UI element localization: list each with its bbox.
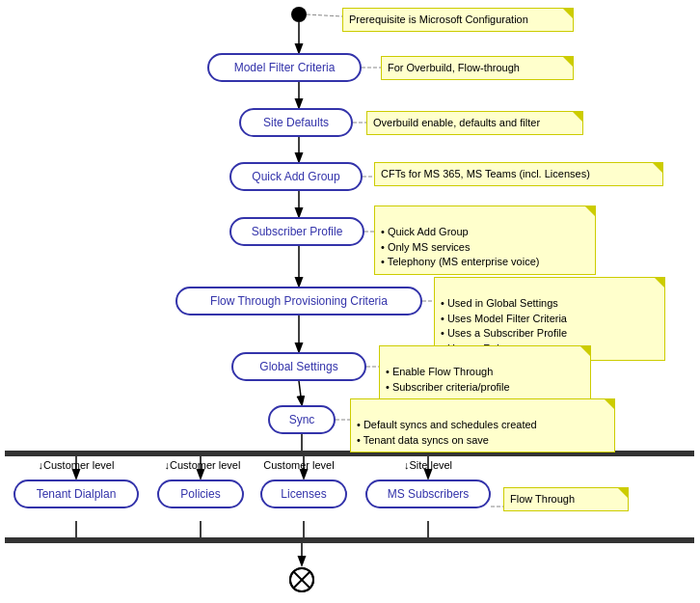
note-flow-through: Flow Through	[503, 487, 629, 511]
arrow-global-to-sync	[299, 381, 302, 404]
subscriber-profile-node[interactable]: Subscriber Profile	[229, 217, 364, 246]
tenant-dialplan-node[interactable]: Tenant Dialplan	[13, 480, 139, 508]
licenses-node[interactable]: Licenses	[260, 480, 347, 508]
note-line-start	[307, 14, 342, 16]
note-global-settings: • Enable Flow Through • Subscriber crite…	[379, 345, 591, 399]
note-subscriber: • Quick Add Group • Only MS services • T…	[374, 206, 596, 275]
fork-bar	[5, 537, 694, 543]
model-filter-node[interactable]: Model Filter Criteria	[207, 53, 362, 82]
level-customer-3: Customer level	[251, 459, 347, 471]
level-customer-1: ↓Customer level	[13, 459, 139, 471]
flow-through-criteria-node[interactable]: Flow Through Provisioning Criteria	[175, 287, 422, 315]
note-sync: • Default syncs and schedules created • …	[350, 398, 615, 452]
quick-add-group-node[interactable]: Quick Add Group	[229, 162, 363, 191]
start-node	[291, 7, 307, 22]
note-site-defaults: Overbuild enable, defaults and filter	[366, 111, 583, 135]
sync-node[interactable]: Sync	[268, 405, 336, 434]
site-defaults-node[interactable]: Site Defaults	[239, 108, 353, 137]
ms-subscribers-node[interactable]: MS Subscribers	[365, 480, 491, 508]
note-model-filter: For Overbuild, Flow-through	[381, 56, 574, 80]
note-quick-add: CFTs for MS 365, MS Teams (incl. License…	[374, 162, 663, 186]
note-start: Prerequisite is Microsoft Configuration	[342, 8, 574, 32]
global-settings-node[interactable]: Global Settings	[231, 352, 366, 381]
diagram: Model Filter Criteria Site Defaults Quic…	[0, 0, 700, 603]
level-site: ↓Site level	[365, 459, 491, 471]
policies-node[interactable]: Policies	[157, 480, 244, 508]
level-customer-2: ↓Customer level	[149, 459, 256, 471]
